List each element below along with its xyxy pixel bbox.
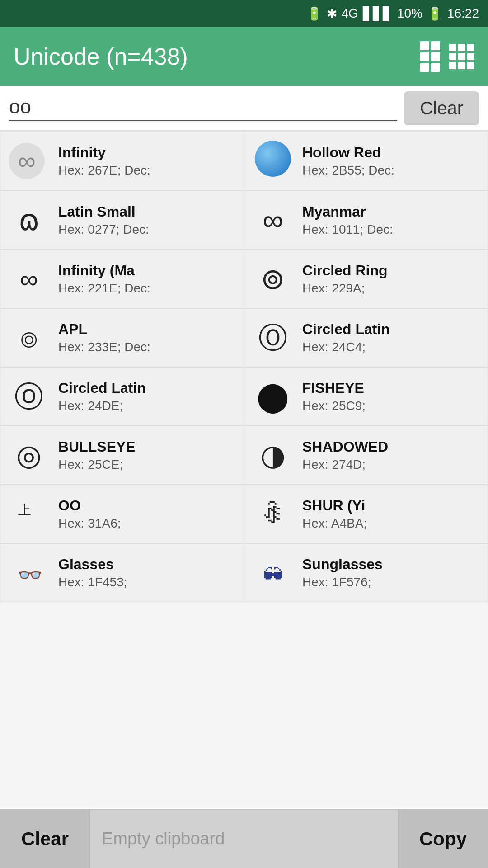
item-hex: Hex: 24DE; <box>58 399 235 413</box>
item-symbol: ㆖ <box>9 500 49 528</box>
signal-bars-icon: ▋▋▋ <box>363 6 393 21</box>
view-toggle-icons <box>420 41 474 72</box>
list-item[interactable]: ∞InfinityHex: 267E; Dec: <box>0 131 244 191</box>
app-title: Unicode (n=438) <box>14 43 188 70</box>
app-header: Unicode (n=438) <box>0 27 488 86</box>
list-item[interactable]: ⓞCircled LatinHex: 24DE; <box>0 367 244 426</box>
item-hex: Hex: 229A; <box>302 281 479 296</box>
item-hex: Hex: 25C9; <box>302 399 479 413</box>
bottom-bar: Clear Empty clipboard Copy <box>0 809 488 868</box>
item-symbol: ∞ <box>253 206 293 235</box>
item-hex: Hex: A4BA; <box>302 516 479 531</box>
list-item[interactable]: ꂺSHUR (YiHex: A4BA; <box>244 485 488 543</box>
list-item[interactable]: ◑SHADOWEDHex: 274D; <box>244 426 488 485</box>
search-input[interactable] <box>9 95 397 121</box>
item-hex: Hex: 0277; Dec: <box>58 222 235 237</box>
item-symbol: 👓 <box>9 559 49 586</box>
list-item[interactable]: ⊚Circled RingHex: 229A; <box>244 250 488 308</box>
item-symbol: ⓞ <box>9 382 49 411</box>
three-column-view-button[interactable] <box>449 44 474 69</box>
item-symbol: ꂺ <box>253 500 293 528</box>
item-symbol: ∞ <box>9 265 49 292</box>
signal-label: 4G <box>342 6 358 21</box>
clear-search-button[interactable]: Clear <box>404 91 479 125</box>
item-symbol: 🕶 <box>253 559 293 586</box>
item-name: Infinity (Ma <box>58 262 235 279</box>
item-name: Glasses <box>58 556 235 573</box>
battery-percent: 10% <box>397 6 422 21</box>
item-symbol: ⌾ <box>9 323 49 352</box>
item-name: FISHEYE <box>302 380 479 396</box>
item-name: Latin Small <box>58 203 235 220</box>
status-bar: 🔋 ✱ 4G ▋▋▋ 10% 🔋 16:22 <box>0 0 488 27</box>
item-hex: Hex: 1011; Dec: <box>302 222 479 237</box>
item-name: OO <box>58 497 235 514</box>
items-grid: ∞InfinityHex: 267E; Dec:Hollow RedHex: 2… <box>0 131 488 602</box>
item-name: Circled Latin <box>58 380 235 396</box>
item-hex: Hex: 274D; <box>302 458 479 472</box>
item-name: SHUR (Yi <box>302 497 479 514</box>
item-name: Myanmar <box>302 203 479 220</box>
clock: 16:22 <box>447 6 479 21</box>
item-hex: Hex: 267E; Dec: <box>58 163 235 178</box>
item-hex: Hex: 24C4; <box>302 340 479 354</box>
battery-bar-icon: 🔋 <box>427 6 443 21</box>
item-hex: Hex: 1F453; <box>58 575 235 590</box>
list-item[interactable]: ㆖OOHex: 31A6; <box>0 485 244 543</box>
item-name: Sunglasses <box>302 556 479 573</box>
item-hex: Hex: 233E; Dec: <box>58 340 235 354</box>
item-hex: Hex: 1F576; <box>302 575 479 590</box>
list-item[interactable]: 🕶SunglassesHex: 1F576; <box>244 543 488 602</box>
item-hex: Hex: 25CE; <box>58 458 235 472</box>
item-hex: Hex: 31A6; <box>58 516 235 531</box>
list-item[interactable]: ⬤FISHEYEHex: 25C9; <box>244 367 488 426</box>
search-bar: Clear <box>0 86 488 131</box>
clipboard-text: Empty clipboard <box>90 829 398 849</box>
item-symbol: ⬤ <box>253 382 293 411</box>
item-name: Hollow Red <box>302 144 479 161</box>
item-name: Circled Ring <box>302 262 479 279</box>
bottom-copy-button[interactable]: Copy <box>398 810 488 868</box>
list-item[interactable]: ∞MyanmarHex: 1011; Dec: <box>244 191 488 250</box>
item-symbol <box>253 141 293 181</box>
item-hex: Hex: 221E; Dec: <box>58 281 235 296</box>
list-item[interactable]: 👓GlassesHex: 1F453; <box>0 543 244 602</box>
list-item[interactable]: ◎BULLSEYEHex: 25CE; <box>0 426 244 485</box>
item-symbol: ∞ <box>9 143 49 179</box>
item-name: APL <box>58 321 235 338</box>
status-icons: 🔋 ✱ 4G ▋▋▋ 10% 🔋 16:22 <box>306 6 479 21</box>
item-symbol: ◑ <box>253 441 293 470</box>
items-scroll-area[interactable]: ∞InfinityHex: 267E; Dec:Hollow RedHex: 2… <box>0 131 488 809</box>
item-hex: Hex: 2B55; Dec: <box>302 163 479 178</box>
item-name: BULLSEYE <box>58 439 235 455</box>
battery-icon: 🔋 <box>306 6 322 21</box>
list-item[interactable]: ɷLatin SmallHex: 0277; Dec: <box>0 191 244 250</box>
bottom-clear-button[interactable]: Clear <box>0 810 90 868</box>
list-item[interactable]: ⓄCircled LatinHex: 24C4; <box>244 308 488 367</box>
item-name: SHADOWED <box>302 439 479 455</box>
item-name: Infinity <box>58 144 235 161</box>
item-symbol: ⊚ <box>253 264 293 293</box>
bluetooth-icon: ✱ <box>327 6 337 21</box>
item-symbol: ◎ <box>9 441 49 470</box>
list-item[interactable]: ∞Infinity (MaHex: 221E; Dec: <box>0 250 244 308</box>
item-symbol: ɷ <box>9 206 49 235</box>
item-symbol: Ⓞ <box>253 323 293 352</box>
item-name: Circled Latin <box>302 321 479 338</box>
two-column-view-button[interactable] <box>420 41 440 72</box>
list-item[interactable]: ⌾APLHex: 233E; Dec: <box>0 308 244 367</box>
list-item[interactable]: Hollow RedHex: 2B55; Dec: <box>244 131 488 191</box>
